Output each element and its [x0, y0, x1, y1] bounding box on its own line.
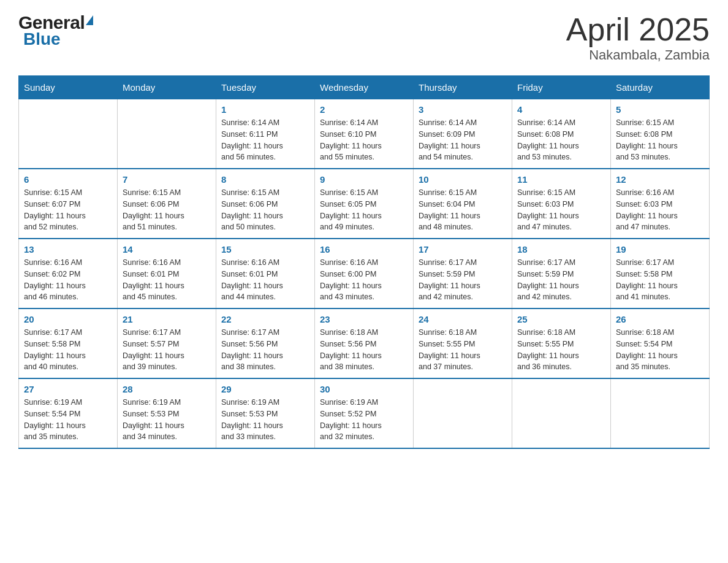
day-info: Sunrise: 6:15 AMSunset: 6:03 PMDaylight:… — [517, 187, 605, 233]
calendar-cell: 11Sunrise: 6:15 AMSunset: 6:03 PMDayligh… — [512, 169, 611, 239]
calendar-cell: 16Sunrise: 6:16 AMSunset: 6:00 PMDayligh… — [315, 239, 414, 308]
day-number: 15 — [221, 244, 309, 255]
day-number: 1 — [221, 104, 309, 115]
day-number: 8 — [221, 174, 309, 185]
day-info: Sunrise: 6:18 AMSunset: 5:56 PMDaylight:… — [320, 327, 408, 373]
calendar-cell: 29Sunrise: 6:19 AMSunset: 5:53 PMDayligh… — [216, 378, 315, 448]
day-number: 12 — [616, 174, 704, 185]
header-cell-wednesday: Wednesday — [315, 76, 414, 99]
calendar-week-row: 13Sunrise: 6:16 AMSunset: 6:02 PMDayligh… — [19, 239, 710, 308]
calendar-week-row: 20Sunrise: 6:17 AMSunset: 5:58 PMDayligh… — [19, 308, 710, 378]
calendar-cell: 27Sunrise: 6:19 AMSunset: 5:54 PMDayligh… — [19, 378, 118, 448]
calendar-cell — [118, 99, 216, 169]
day-info: Sunrise: 6:16 AMSunset: 6:03 PMDaylight:… — [616, 187, 704, 233]
calendar-table: SundayMondayTuesdayWednesdayThursdayFrid… — [18, 75, 710, 449]
day-info: Sunrise: 6:14 AMSunset: 6:11 PMDaylight:… — [221, 117, 309, 163]
calendar-cell: 2Sunrise: 6:14 AMSunset: 6:10 PMDaylight… — [315, 99, 414, 169]
calendar-cell: 4Sunrise: 6:14 AMSunset: 6:08 PMDaylight… — [512, 99, 611, 169]
day-number: 23 — [320, 314, 408, 324]
day-number: 22 — [221, 314, 309, 324]
day-number: 24 — [419, 314, 507, 324]
day-info: Sunrise: 6:19 AMSunset: 5:53 PMDaylight:… — [221, 397, 309, 443]
day-number: 21 — [123, 314, 211, 324]
day-info: Sunrise: 6:14 AMSunset: 6:08 PMDaylight:… — [517, 117, 605, 163]
calendar-cell: 14Sunrise: 6:16 AMSunset: 6:01 PMDayligh… — [118, 239, 216, 308]
day-info: Sunrise: 6:15 AMSunset: 6:06 PMDaylight:… — [221, 187, 309, 233]
day-number: 6 — [24, 174, 112, 185]
day-info: Sunrise: 6:17 AMSunset: 5:58 PMDaylight:… — [616, 257, 704, 303]
calendar-body: 1Sunrise: 6:14 AMSunset: 6:11 PMDaylight… — [19, 99, 710, 449]
day-number: 18 — [517, 244, 605, 255]
calendar-cell: 22Sunrise: 6:17 AMSunset: 5:56 PMDayligh… — [216, 308, 315, 378]
page-header: General Blue April 2025 Nakambala, Zambi… — [18, 12, 710, 63]
title-block: April 2025 Nakambala, Zambia — [566, 12, 710, 63]
day-info: Sunrise: 6:18 AMSunset: 5:54 PMDaylight:… — [616, 327, 704, 373]
calendar-cell: 7Sunrise: 6:15 AMSunset: 6:06 PMDaylight… — [118, 169, 216, 239]
day-info: Sunrise: 6:14 AMSunset: 6:10 PMDaylight:… — [320, 117, 408, 163]
day-info: Sunrise: 6:15 AMSunset: 6:06 PMDaylight:… — [123, 187, 211, 233]
day-info: Sunrise: 6:19 AMSunset: 5:52 PMDaylight:… — [320, 397, 408, 443]
day-number: 5 — [616, 104, 704, 115]
location-title: Nakambala, Zambia — [566, 47, 710, 63]
day-info: Sunrise: 6:15 AMSunset: 6:04 PMDaylight:… — [419, 187, 507, 233]
day-number: 2 — [320, 104, 408, 115]
day-number: 27 — [24, 384, 112, 394]
calendar-cell: 25Sunrise: 6:18 AMSunset: 5:55 PMDayligh… — [512, 308, 611, 378]
day-info: Sunrise: 6:16 AMSunset: 6:02 PMDaylight:… — [24, 257, 112, 303]
calendar-cell: 5Sunrise: 6:15 AMSunset: 6:08 PMDaylight… — [611, 99, 710, 169]
calendar-cell: 30Sunrise: 6:19 AMSunset: 5:52 PMDayligh… — [315, 378, 414, 448]
calendar-cell: 19Sunrise: 6:17 AMSunset: 5:58 PMDayligh… — [611, 239, 710, 308]
day-info: Sunrise: 6:15 AMSunset: 6:08 PMDaylight:… — [616, 117, 704, 163]
calendar-cell: 20Sunrise: 6:17 AMSunset: 5:58 PMDayligh… — [19, 308, 118, 378]
logo-arrow-icon — [86, 15, 93, 25]
calendar-cell: 8Sunrise: 6:15 AMSunset: 6:06 PMDaylight… — [216, 169, 315, 239]
day-info: Sunrise: 6:17 AMSunset: 5:59 PMDaylight:… — [419, 257, 507, 303]
calendar-cell: 1Sunrise: 6:14 AMSunset: 6:11 PMDaylight… — [216, 99, 315, 169]
calendar-cell: 9Sunrise: 6:15 AMSunset: 6:05 PMDaylight… — [315, 169, 414, 239]
day-number: 7 — [123, 174, 211, 185]
day-info: Sunrise: 6:17 AMSunset: 5:56 PMDaylight:… — [221, 327, 309, 373]
day-number: 26 — [616, 314, 704, 324]
calendar-cell — [414, 378, 512, 448]
day-number: 4 — [517, 104, 605, 115]
month-title: April 2025 — [566, 12, 710, 47]
calendar-cell: 13Sunrise: 6:16 AMSunset: 6:02 PMDayligh… — [19, 239, 118, 308]
day-info: Sunrise: 6:17 AMSunset: 5:57 PMDaylight:… — [123, 327, 211, 373]
header-cell-sunday: Sunday — [19, 76, 118, 99]
day-info: Sunrise: 6:19 AMSunset: 5:53 PMDaylight:… — [123, 397, 211, 443]
header-cell-friday: Friday — [512, 76, 611, 99]
header-cell-tuesday: Tuesday — [216, 76, 315, 99]
day-number: 25 — [517, 314, 605, 324]
day-info: Sunrise: 6:18 AMSunset: 5:55 PMDaylight:… — [419, 327, 507, 373]
calendar-cell: 17Sunrise: 6:17 AMSunset: 5:59 PMDayligh… — [414, 239, 512, 308]
calendar-week-row: 27Sunrise: 6:19 AMSunset: 5:54 PMDayligh… — [19, 378, 710, 448]
calendar-week-row: 6Sunrise: 6:15 AMSunset: 6:07 PMDaylight… — [19, 169, 710, 239]
logo-blue-text: Blue — [23, 29, 61, 49]
calendar-cell — [19, 99, 118, 169]
header-cell-saturday: Saturday — [611, 76, 710, 99]
calendar-cell: 6Sunrise: 6:15 AMSunset: 6:07 PMDaylight… — [19, 169, 118, 239]
day-number: 10 — [419, 174, 507, 185]
calendar-cell: 23Sunrise: 6:18 AMSunset: 5:56 PMDayligh… — [315, 308, 414, 378]
calendar-cell: 15Sunrise: 6:16 AMSunset: 6:01 PMDayligh… — [216, 239, 315, 308]
calendar-cell: 26Sunrise: 6:18 AMSunset: 5:54 PMDayligh… — [611, 308, 710, 378]
calendar-cell: 12Sunrise: 6:16 AMSunset: 6:03 PMDayligh… — [611, 169, 710, 239]
day-info: Sunrise: 6:15 AMSunset: 6:07 PMDaylight:… — [24, 187, 112, 233]
day-number: 14 — [123, 244, 211, 255]
day-number: 20 — [24, 314, 112, 324]
header-cell-monday: Monday — [118, 76, 216, 99]
calendar-header-row: SundayMondayTuesdayWednesdayThursdayFrid… — [19, 76, 710, 99]
calendar-cell: 21Sunrise: 6:17 AMSunset: 5:57 PMDayligh… — [118, 308, 216, 378]
calendar-header: SundayMondayTuesdayWednesdayThursdayFrid… — [19, 76, 710, 99]
day-number: 16 — [320, 244, 408, 255]
header-cell-thursday: Thursday — [414, 76, 512, 99]
day-number: 9 — [320, 174, 408, 185]
calendar-week-row: 1Sunrise: 6:14 AMSunset: 6:11 PMDaylight… — [19, 99, 710, 169]
day-number: 29 — [221, 384, 309, 394]
day-info: Sunrise: 6:15 AMSunset: 6:05 PMDaylight:… — [320, 187, 408, 233]
logo: General Blue — [18, 12, 93, 49]
calendar-cell: 24Sunrise: 6:18 AMSunset: 5:55 PMDayligh… — [414, 308, 512, 378]
day-info: Sunrise: 6:17 AMSunset: 5:59 PMDaylight:… — [517, 257, 605, 303]
calendar-cell: 10Sunrise: 6:15 AMSunset: 6:04 PMDayligh… — [414, 169, 512, 239]
day-info: Sunrise: 6:16 AMSunset: 6:01 PMDaylight:… — [123, 257, 211, 303]
